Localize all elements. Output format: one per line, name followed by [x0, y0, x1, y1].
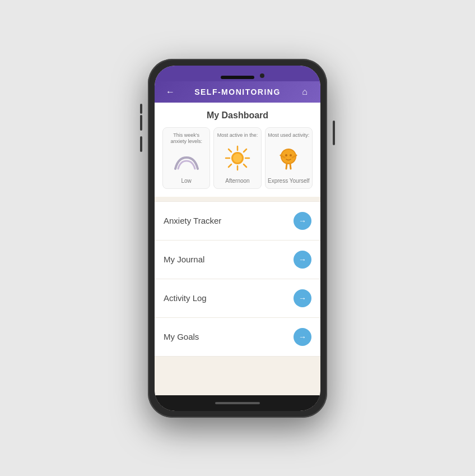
time-card: Most active in the:: [213, 127, 261, 189]
arrow-icon: →: [299, 294, 306, 303]
back-button[interactable]: ←: [164, 87, 177, 97]
sun-icon: [225, 142, 250, 174]
my-goals-label: My Goals: [164, 332, 199, 341]
svg-line-5: [244, 164, 246, 167]
mute-button: [140, 104, 142, 114]
screen-content: My Dashboard This week's anxiety levels:: [155, 103, 320, 395]
svg-line-17: [290, 164, 291, 169]
svg-line-7: [229, 164, 231, 167]
anxiety-card: This week's anxiety levels: Low: [162, 127, 210, 189]
my-goals-item[interactable]: My Goals →: [155, 318, 320, 357]
activity-card-label: Most used activity:: [268, 132, 309, 139]
svg-line-6: [244, 149, 246, 152]
my-goals-arrow[interactable]: →: [294, 328, 311, 346]
volume-down-button: [140, 136, 142, 152]
menu-section: Anxiety Tracker → My Journal → Activity …: [155, 201, 320, 357]
anxiety-tracker-arrow[interactable]: →: [294, 212, 311, 230]
dashboard-section: My Dashboard This week's anxiety levels:: [155, 103, 320, 197]
time-card-value: Afternoon: [225, 178, 249, 184]
activity-card-value: Express Yourself: [268, 178, 310, 184]
phone-frame: ← SELF-MONITORING ⌂ My Dashboard This we…: [148, 59, 327, 418]
phone-screen: ← SELF-MONITORING ⌂ My Dashboard This we…: [155, 66, 320, 411]
arrow-icon: →: [299, 332, 306, 341]
camera: [260, 73, 264, 78]
app-header: ← SELF-MONITORING ⌂: [155, 81, 320, 103]
arrow-icon: →: [299, 255, 306, 264]
activity-log-label: Activity Log: [164, 293, 207, 303]
my-journal-arrow[interactable]: →: [294, 251, 311, 269]
my-journal-item[interactable]: My Journal →: [155, 241, 320, 279]
tree-icon: [276, 142, 301, 174]
page-title: SELF-MONITORING: [177, 87, 298, 96]
svg-line-4: [229, 149, 231, 152]
anxiety-tracker-label: Anxiety Tracker: [164, 216, 221, 225]
svg-point-13: [290, 154, 292, 156]
svg-point-12: [285, 154, 287, 156]
svg-point-9: [233, 154, 242, 163]
activity-log-item[interactable]: Activity Log →: [155, 279, 320, 318]
anxiety-card-value: Low: [181, 178, 191, 184]
phone-home-bar: [155, 395, 320, 411]
my-journal-label: My Journal: [164, 255, 204, 264]
power-button: [333, 121, 335, 145]
svg-line-16: [286, 164, 287, 169]
bottom-spacer: [155, 357, 320, 379]
speaker: [221, 76, 254, 79]
bottom-indicator: [215, 402, 260, 404]
arrow-icon: →: [299, 216, 306, 225]
dashboard-cards: This week's anxiety levels: Low: [162, 127, 313, 189]
activity-log-arrow[interactable]: →: [294, 289, 311, 307]
anxiety-card-label: This week's anxiety levels:: [165, 132, 207, 145]
home-button[interactable]: ⌂: [298, 87, 311, 97]
dashboard-title: My Dashboard: [162, 110, 313, 121]
activity-card: Most used activity:: [265, 127, 313, 189]
anxiety-tracker-item[interactable]: Anxiety Tracker →: [155, 201, 320, 241]
volume-up-button: [140, 115, 142, 131]
anxiety-icon: [173, 149, 201, 174]
time-card-label: Most active in the:: [217, 132, 258, 139]
